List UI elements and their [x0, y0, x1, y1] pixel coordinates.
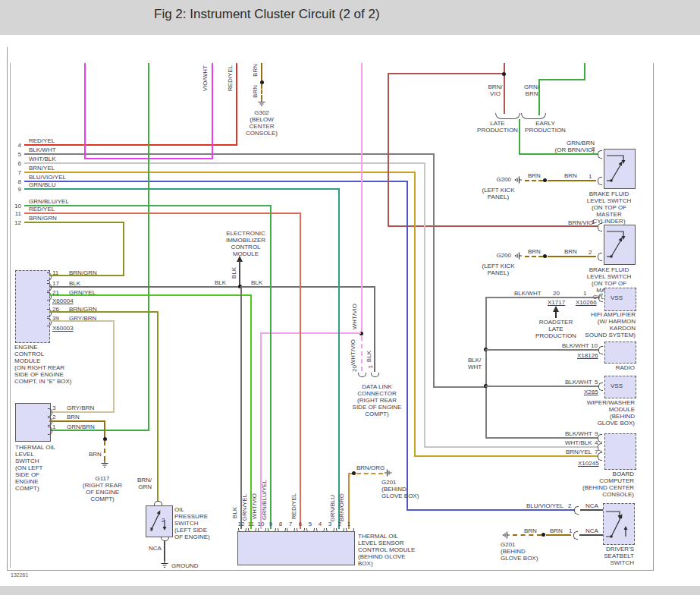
label-brn-b1: BRN	[564, 172, 577, 179]
mod-pin-4: 4	[315, 521, 325, 527]
wire-red-yel-top	[236, 63, 237, 145]
label-mod-blk: BLK	[232, 507, 238, 518]
label-hifi-vss: VSS	[611, 294, 623, 301]
label-belt-pin1: 1	[569, 527, 572, 534]
wire-grn-brn-to-thermal	[49, 430, 149, 431]
pin-arc	[573, 531, 578, 540]
thermal-wire-3: GRY/BRN	[67, 405, 94, 411]
label-belt-wire: BLU/VIO/YEL	[526, 502, 563, 509]
junction-brnorg	[352, 471, 356, 475]
wire-ecm39-down	[113, 320, 115, 413]
bus-label-12: BRN/GRN	[29, 215, 57, 222]
label-brn-upper: BRN	[253, 64, 259, 77]
wire-radio	[485, 349, 598, 351]
schematic-screen: Fig 2: Instrument Cluster Circuit (2 of …	[0, 0, 700, 595]
wire-ecm11	[49, 275, 124, 276]
pin-arc	[598, 434, 602, 442]
mod-pin-1: 1	[344, 521, 353, 527]
label-radio-name: RADIO	[604, 364, 635, 371]
arrow-shaft-immo	[239, 261, 240, 286]
label-oil-name: OIL PRESSURE SWITCH (LEFT SIDE OF ENGINE…	[174, 506, 211, 540]
pin-arc	[598, 294, 603, 302]
label-brn-b2: BRN	[564, 248, 577, 255]
wire-production-merge	[519, 119, 520, 155]
label-brake1-pin1: 1	[589, 173, 592, 180]
label-board-wire-c: BRN/YEL	[566, 449, 592, 455]
mod-pin-6: 6	[296, 521, 305, 527]
board-box	[604, 433, 636, 470]
wire-ecm11-up	[123, 222, 124, 276]
wire-brnorg-dashed	[356, 473, 383, 474]
ground-icon-g201-module	[385, 468, 392, 477]
label-immo-blk: BLK	[231, 267, 237, 279]
label-x18126: X18126	[577, 352, 598, 359]
label-g200-1: G200	[488, 176, 511, 183]
wire-board-blkwht	[485, 437, 598, 439]
bus-label-9: GRN/BLU	[29, 181, 56, 188]
label-hifi-name: HIFI AMPLIFIER (W/ HARMON KARDON SOUND S…	[575, 311, 636, 338]
label-mod-grnyel: GRN/YEL	[242, 494, 248, 521]
ground-icon-oil	[160, 561, 169, 568]
wire-red-yel-row11	[24, 212, 301, 214]
label-brn-a2: BRN	[528, 248, 541, 255]
label-board-wire-a: BLK/WHT	[565, 430, 592, 437]
mod-pin-12: 12	[237, 521, 246, 527]
mod-pin-7: 7	[286, 521, 295, 527]
brace-early	[521, 113, 546, 119]
label-board-name: BOARD COMPUTER (BEHIND CENTER CONSOLE)	[575, 471, 634, 498]
label-brake2-pin1: 1	[592, 219, 595, 225]
label-mod-brnorg: BRN/ORG	[339, 493, 345, 521]
label-g200-loc-2: (LEFT KICK PANEL)	[478, 263, 519, 276]
mod-pin-9: 9	[266, 521, 275, 527]
wire-grn-brn-to-brake1	[519, 153, 598, 155]
page-code: 132261	[11, 571, 28, 578]
wire-thermal2	[49, 420, 105, 422]
wire-grn-blu-row9	[24, 188, 340, 190]
wire-belt-brn-dashed	[513, 534, 541, 536]
label-mod-grnblu: GRN/BLU	[330, 495, 336, 522]
wire-mod-blk	[240, 286, 242, 529]
bus-pin-8: 8	[9, 178, 21, 185]
label-x10245: X10245	[578, 460, 599, 467]
bus-pin-7: 7	[9, 169, 21, 176]
wire-brn-dashed-1	[525, 180, 543, 181]
wire-wht-blk-down	[424, 162, 425, 448]
bus-label-10: GRN/BLU/YEL	[29, 198, 69, 205]
wire-wht-blk-row6	[24, 162, 425, 164]
wire-mod-grnblu	[338, 188, 340, 529]
label-dlc-whtvio: WHT/VIO	[350, 339, 356, 365]
label-brn-a1: BRN	[528, 172, 541, 179]
label-g201-module: G201 (BEHIND GLOVE BOX)	[381, 479, 419, 499]
mod-pin-8: 8	[276, 521, 285, 527]
label-g302: G302 (BELOW CENTER CONSOLE)	[240, 109, 283, 137]
label-oil-pin2: 2	[162, 517, 165, 524]
figure-title: Fig 2: Instrument Cluster Circuit (2 of …	[154, 7, 380, 22]
bus-pin-11: 11	[9, 210, 21, 217]
label-belt-brn-b: BRN	[550, 527, 563, 534]
bus-pin-12: 12	[9, 219, 21, 226]
ecm-box	[15, 270, 50, 343]
bus-pin-6: 6	[9, 160, 21, 167]
label-early-production: EARLY PRODUCTION	[523, 120, 567, 134]
mod-pin-11: 11	[246, 521, 256, 527]
thermal-wire-2: BRN	[67, 414, 80, 420]
wire-brn-yel-down	[414, 172, 416, 457]
bus-label-7: BRN/YEL	[29, 165, 55, 172]
frame-left-inner	[10, 63, 11, 568]
label-late-production: LATE PRODUCTION	[476, 120, 519, 134]
bus-label-4: RED/YEL	[29, 137, 55, 144]
bus-label-8: BLU/VIO/YEL	[29, 174, 66, 181]
label-oil-ground: GROUND	[171, 562, 199, 569]
pin-arc	[598, 223, 602, 231]
mod-pin-5: 5	[306, 521, 315, 527]
bus-pin-9: 9	[9, 186, 21, 193]
label-thermal-name: THERMAL OIL LEVEL SWITCH (ON LEFT SIDE O…	[15, 444, 61, 492]
ecm-pin-17: 17	[52, 280, 59, 287]
label-blk-left: BLK	[215, 279, 226, 286]
bus-label-5: BLK/WHT	[29, 146, 56, 153]
label-hifi-wire: BLK/WHT	[514, 290, 541, 297]
wire-blu-vio-yel-row8	[24, 181, 408, 182]
wire-ecm26	[49, 311, 159, 313]
label-brake1-pin2: 2	[592, 146, 595, 153]
wire-grn-brn-top-horiz	[538, 79, 585, 80]
